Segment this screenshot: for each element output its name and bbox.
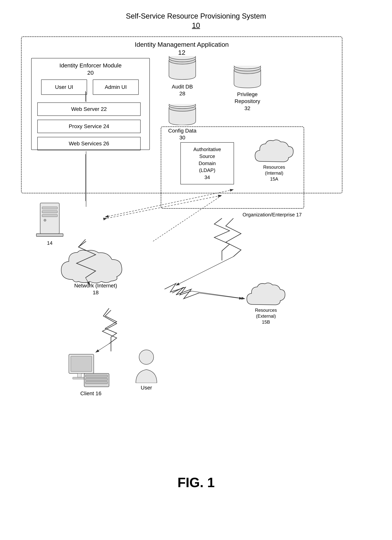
proxy-service-label: Proxy Service 24	[69, 123, 109, 130]
network-cloud-icon	[57, 249, 134, 287]
svg-rect-24	[42, 211, 57, 213]
privilege-repository: Privilege Repository 32	[232, 66, 263, 112]
privilege-repo-label: Privilege Repository 32	[232, 91, 263, 112]
svg-line-3	[199, 293, 243, 299]
org-enterprise-box: Authoritative Source Domain (LDAP) 34 Re…	[161, 126, 304, 209]
web-services-box: Web Services 26	[37, 137, 141, 150]
svg-rect-35	[86, 381, 108, 384]
client-label: Client 16	[67, 390, 115, 397]
client-area: Client 16	[67, 350, 115, 397]
resources-external: Resources (External) 15B	[245, 281, 287, 325]
resources-internal: Resources (Internal) 15A	[253, 138, 295, 182]
config-data-icon	[167, 104, 198, 125]
org-label: Organization/Enterprise 17	[243, 212, 302, 218]
page-title: Self-Service Resource Provisioning Syste…	[0, 11, 392, 30]
user-ui-box: User UI	[41, 80, 87, 95]
server-number-label: 14	[33, 240, 67, 246]
auth-source-box: Authoritative Source Domain (LDAP) 34	[180, 142, 234, 184]
svg-rect-34	[86, 378, 108, 380]
web-server-label: Web Server 22	[71, 106, 107, 112]
svg-rect-30	[78, 373, 81, 377]
svg-point-36	[139, 350, 154, 364]
identity-management-number: 12	[22, 49, 342, 56]
enforcer-module-box: Identity Enforcer Module 20 User UI Admi…	[31, 58, 150, 150]
svg-rect-27	[36, 234, 63, 236]
admin-ui-box: Admin UI	[93, 80, 139, 95]
svg-point-26	[44, 219, 46, 221]
proxy-service-box: Proxy Service 24	[37, 120, 141, 133]
user-area: User	[134, 349, 159, 391]
svg-line-43	[176, 257, 233, 285]
audit-db: Audit DB 28	[167, 56, 198, 97]
audit-db-label: Audit DB 28	[167, 83, 198, 97]
fig-label: FIG. 1	[19, 475, 373, 490]
enforcer-label: Identity Enforcer Module	[32, 62, 149, 69]
user-person-icon	[134, 349, 159, 383]
svg-rect-33	[86, 375, 108, 377]
user-ui-label: User UI	[55, 84, 73, 90]
web-server-box: Web Server 22	[37, 102, 141, 116]
svg-rect-25	[42, 215, 57, 217]
identity-management-label: Identity Management Application	[22, 41, 342, 48]
server-icon: 14	[33, 201, 67, 246]
svg-rect-23	[42, 207, 57, 209]
user-label: User	[134, 385, 159, 391]
admin-ui-label: Admin UI	[105, 84, 127, 90]
network-cloud: Network (Internet) 18	[57, 249, 134, 296]
resources-internal-cloud-icon	[253, 138, 295, 167]
privilege-repo-icon	[232, 66, 263, 89]
resources-external-cloud-icon	[245, 281, 287, 310]
client-icon	[67, 350, 115, 389]
svg-rect-29	[71, 356, 92, 371]
enforcer-number: 20	[32, 70, 149, 76]
svg-line-44	[191, 291, 245, 299]
web-services-label: Web Services 26	[69, 140, 109, 147]
auth-source-label: Authoritative Source Domain (LDAP) 34	[193, 146, 221, 181]
server-svg-icon	[33, 201, 67, 239]
audit-db-icon	[167, 56, 198, 81]
